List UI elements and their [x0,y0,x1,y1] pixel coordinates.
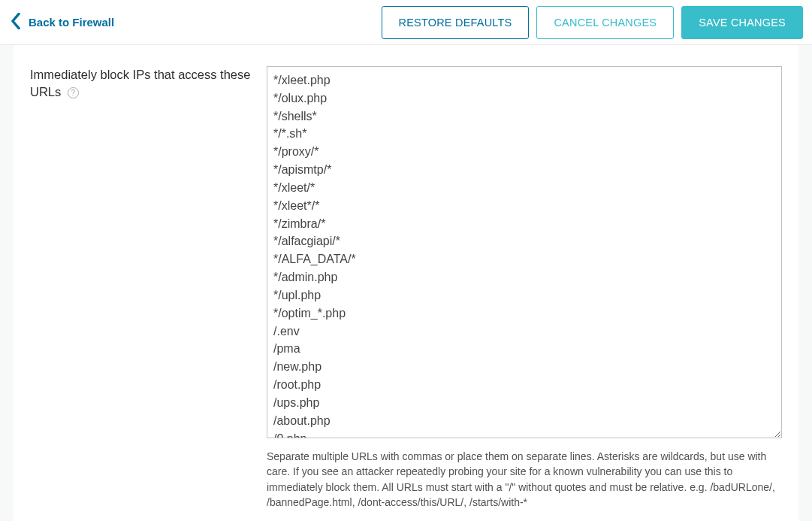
back-to-firewall-link[interactable]: Back to Firewall [11,13,114,32]
setting-label-col: Immediately block IPs that access these … [30,66,267,101]
header-buttons: RESTORE DEFAULTS CANCEL CHANGES SAVE CHA… [382,6,804,39]
chevron-left-icon [11,13,21,32]
header-bar: Back to Firewall RESTORE DEFAULTS CANCEL… [0,0,812,45]
back-link-label: Back to Firewall [29,16,114,29]
helper-text: Separate multiple URLs with commas or pl… [267,449,782,510]
restore-defaults-button[interactable]: RESTORE DEFAULTS [382,6,530,39]
cancel-changes-button[interactable]: CANCEL CHANGES [536,6,674,39]
help-icon[interactable]: ? [68,87,79,98]
block-urls-textarea[interactable] [267,66,782,438]
setting-row: Immediately block IPs that access these … [14,66,798,510]
setting-field-col: Separate multiple URLs with commas or pl… [267,66,782,510]
save-changes-button[interactable]: SAVE CHANGES [681,6,803,39]
content-area: Immediately block IPs that access these … [14,45,798,521]
setting-label: Immediately block IPs that access these … [30,68,250,98]
